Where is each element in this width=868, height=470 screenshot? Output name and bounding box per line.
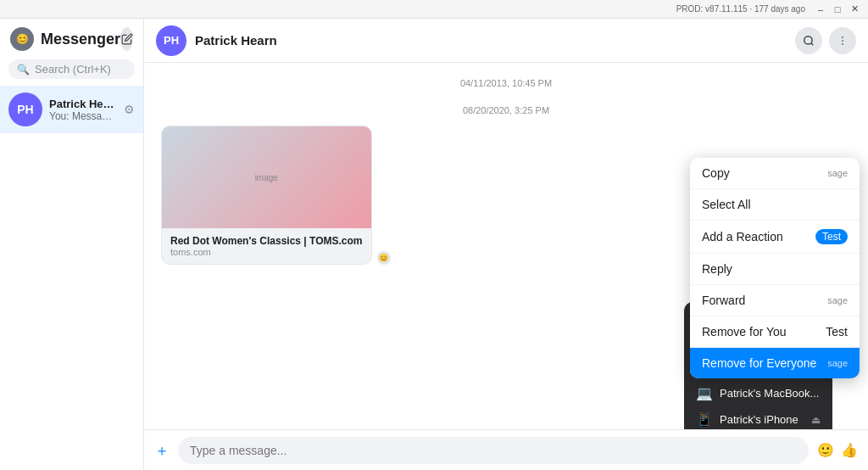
ctx-reaction-label: Add a Reaction	[702, 230, 783, 243]
svg-point-4	[842, 43, 843, 45]
conversation-name: Patrick Hearn	[49, 98, 117, 110]
ctx-forward[interactable]: Forward sage	[690, 285, 860, 316]
more-options-button[interactable]	[829, 27, 856, 54]
icloud-iphone-item[interactable]: 📱 Patrick's iPhone ⏏	[684, 406, 832, 429]
search-icon: 🔍	[17, 64, 30, 76]
new-message-button[interactable]	[120, 27, 133, 51]
emoji-button[interactable]: 🙂	[817, 442, 834, 458]
link-preview-domain: toms.com	[170, 247, 363, 257]
eject-icon[interactable]: ⏏	[811, 414, 821, 426]
ctx-forward-shortcut: sage	[827, 295, 848, 305]
ctx-copy-label: Copy	[702, 166, 730, 180]
ctx-add-reaction[interactable]: Add a Reaction Test	[690, 221, 860, 254]
ctx-select-all-label: Select All	[702, 198, 751, 211]
ctx-forward-label: Forward	[702, 294, 745, 307]
chat-contact-name: Patrick Hearn	[195, 33, 787, 48]
chat-messages: 04/11/2013, 10:45 PM 08/20/2020, 3:25 PM…	[144, 63, 868, 429]
link-preview-title: Red Dot Women's Classics | TOMS.com	[170, 235, 363, 247]
ctx-remove-for-you[interactable]: Remove for You Test	[690, 316, 860, 348]
svg-point-2	[842, 36, 843, 38]
ctx-reply-label: Reply	[702, 262, 732, 276]
chat-contact-avatar: PH	[156, 25, 186, 56]
title-bar: PROD: v87.11.115 · 177 days ago – □ ✕	[0, 0, 868, 19]
thumbs-up-button[interactable]: 👍	[841, 442, 858, 458]
link-preview-image: image	[162, 126, 371, 228]
svg-point-3	[842, 40, 843, 42]
ctx-remove-for-everyone[interactable]: Remove for Everyone sage	[690, 348, 860, 378]
sidebar: 😊 Messenger 🔍 PH Patrick Hearn You: Mess…	[0, 19, 144, 470]
icloud-macbook-item[interactable]: 💻 Patrick's MacBook...	[684, 380, 832, 406]
conversation-preview: You: Message · Just now	[49, 110, 117, 122]
date-divider: 08/20/2020, 3:25 PM	[161, 105, 851, 115]
chat-header: PH Patrick Hearn	[144, 19, 868, 63]
context-menu: Copy sage Select All Add a Reaction Test…	[690, 158, 860, 378]
iphone-label: Patrick's iPhone	[720, 413, 798, 426]
input-actions: 🙂 👍	[817, 442, 858, 458]
ctx-remove-everyone-shortcut: sage	[827, 358, 848, 368]
svg-point-0	[804, 36, 812, 43]
chat-input-area: ＋ 🙂 👍	[144, 429, 868, 470]
link-preview[interactable]: image Red Dot Women's Classics | TOMS.co…	[161, 126, 372, 265]
minimize-button[interactable]: –	[814, 3, 827, 16]
list-item[interactable]: PH Patrick Hearn You: Message · Just now…	[0, 86, 143, 133]
conversation-list: PH Patrick Hearn You: Message · Just now…	[0, 86, 143, 470]
conversation-info: Patrick Hearn You: Message · Just now	[49, 98, 117, 122]
conversation-options-icon: ⚙	[124, 103, 135, 116]
link-preview-body: Red Dot Women's Classics | TOMS.com toms…	[162, 228, 371, 264]
app-title: Messenger	[41, 31, 120, 48]
header-actions	[795, 27, 856, 54]
maximize-button[interactable]: □	[831, 3, 844, 16]
close-button[interactable]: ✕	[848, 3, 861, 16]
ctx-copy[interactable]: Copy sage	[690, 158, 860, 189]
macbook-label: Patrick's MacBook...	[720, 387, 819, 400]
user-avatar: 😊	[10, 27, 34, 51]
svg-line-1	[811, 42, 814, 45]
ctx-remove-everyone-label: Remove for Everyone	[702, 356, 816, 370]
react-button[interactable]: 😊	[377, 251, 391, 265]
add-attachment-button[interactable]: ＋	[154, 440, 170, 461]
laptop-icon: 💻	[696, 385, 713, 401]
ctx-reply[interactable]: Reply	[690, 254, 860, 285]
remove-you-badge: Test	[826, 325, 848, 339]
ctx-remove-you-label: Remove for You	[702, 325, 787, 339]
date-divider: 04/11/2013, 10:45 PM	[161, 78, 851, 88]
search-box[interactable]: 🔍	[8, 59, 135, 79]
ctx-copy-shortcut: sage	[827, 168, 848, 178]
message-input[interactable]	[178, 437, 809, 464]
search-input[interactable]	[35, 63, 126, 76]
chat-main: PH Patrick Hearn 04/11/2013, 10:45 PM 08…	[144, 19, 868, 470]
reaction-badge: Test	[815, 229, 848, 244]
search-chat-button[interactable]	[795, 27, 822, 54]
version-info: PROD: v87.11.115 · 177 days ago	[7, 4, 805, 14]
phone-icon: 📱	[696, 411, 713, 428]
conversation-avatar: PH	[8, 92, 42, 126]
ctx-select-all[interactable]: Select All	[690, 189, 860, 221]
context-menu-overlay: Copy sage Select All Add a Reaction Test…	[690, 158, 860, 378]
sidebar-header: 😊 Messenger	[0, 19, 143, 56]
